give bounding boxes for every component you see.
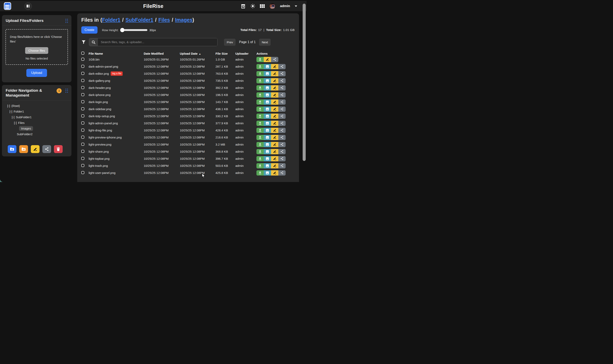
table-row[interactable]: light-preview-iphone.png 10/25/25 12:08P… <box>81 134 294 141</box>
row-checkbox[interactable] <box>81 100 84 103</box>
edit-button[interactable] <box>271 149 278 154</box>
column-header-uploader[interactable]: Uploader <box>235 52 256 55</box>
preview-button[interactable] <box>264 142 271 147</box>
row-height-slider[interactable] <box>121 29 147 31</box>
username-label[interactable]: admin <box>280 4 290 8</box>
file-name[interactable]: dark-iphone.png <box>89 93 111 97</box>
download-button[interactable] <box>256 114 264 119</box>
folder-tree-item[interactable]: [-] Folder1 <box>5 108 69 114</box>
table-row[interactable]: 1GB.bin 10/25/25 01:26PM 10/25/25 01:26P… <box>81 56 294 63</box>
search-icon-button[interactable] <box>89 38 98 46</box>
download-button[interactable] <box>256 170 264 176</box>
row-checkbox[interactable] <box>81 136 84 139</box>
file-name[interactable]: light-user-panel.png <box>89 171 115 174</box>
download-button[interactable] <box>256 142 264 147</box>
preview-button[interactable] <box>264 135 271 140</box>
column-header-file-name[interactable]: File Name <box>89 52 144 55</box>
preview-button[interactable] <box>264 163 271 169</box>
share-button[interactable] <box>278 142 286 147</box>
download-button[interactable] <box>256 99 264 105</box>
sidebar-toggle-button[interactable] <box>24 2 32 10</box>
edit-button[interactable] <box>271 142 278 147</box>
file-name[interactable]: dark-login.png <box>89 100 108 104</box>
table-row[interactable]: dark-iphone.png 10/25/25 12:08PM 10/25/2… <box>81 91 294 98</box>
chevron-down-icon[interactable] <box>295 5 297 7</box>
download-button[interactable] <box>256 121 264 126</box>
row-checkbox[interactable] <box>81 114 84 117</box>
edit-button[interactable] <box>271 170 278 176</box>
file-name[interactable]: light-admin-panel.png <box>89 121 118 125</box>
breadcrumb-link-files[interactable]: Files <box>158 17 170 23</box>
breadcrumb-link-folder1[interactable]: Folder1 <box>102 17 120 23</box>
file-name[interactable]: light-trash.png <box>89 164 108 168</box>
slider-thumb[interactable] <box>120 28 125 32</box>
edit-button[interactable] <box>271 114 278 119</box>
download-button[interactable] <box>256 78 264 83</box>
share-button[interactable] <box>278 170 286 176</box>
file-name[interactable]: light-topbar.png <box>89 157 110 160</box>
column-header-file-size[interactable]: File Size <box>215 52 235 55</box>
column-header-upload-date[interactable]: Upload Date▲ <box>180 52 215 55</box>
folder-tree-item[interactable]: [-] SubFolder1 <box>5 114 69 120</box>
breadcrumb-link-images[interactable]: Images <box>175 17 192 23</box>
edit-button[interactable] <box>271 85 278 91</box>
file-name[interactable]: light-preview.png <box>89 143 111 146</box>
choose-files-button[interactable]: Choose files <box>25 47 48 54</box>
preview-button[interactable] <box>264 128 271 133</box>
download-button[interactable] <box>256 156 264 161</box>
edit-button[interactable] <box>271 71 278 76</box>
apps-grid-button[interactable] <box>260 4 265 9</box>
tree-folder-label[interactable]: SubFolder2 <box>17 132 33 136</box>
window-scrollbar[interactable] <box>303 4 306 161</box>
edit-button[interactable] <box>271 163 278 169</box>
share-folder-button[interactable] <box>42 145 51 153</box>
file-dropzone[interactable]: Drop files/folders here or click 'Choose… <box>5 29 68 65</box>
file-name[interactable]: 1GB.bin <box>89 58 99 61</box>
table-row[interactable]: dark-editor.png tag a file 10/25/25 12:0… <box>81 70 294 77</box>
share-button[interactable] <box>278 114 286 119</box>
table-row[interactable]: light-drag-file.png 10/25/25 12:08PM 10/… <box>81 127 294 134</box>
row-checkbox[interactable] <box>81 129 84 131</box>
select-all-checkbox[interactable] <box>81 52 84 55</box>
share-button[interactable] <box>278 156 286 161</box>
download-button[interactable] <box>256 128 264 133</box>
table-row[interactable]: light-preview.png 10/25/25 12:08PM 10/25… <box>81 141 294 148</box>
drag-handle-icon[interactable] <box>66 89 68 93</box>
tree-collapse-toggle[interactable]: [-] <box>7 104 10 107</box>
tree-collapse-toggle[interactable]: [-] <box>14 121 17 125</box>
file-tag-badge[interactable]: tag a file <box>111 71 123 76</box>
share-button[interactable] <box>278 163 286 169</box>
preview-button[interactable] <box>264 156 271 161</box>
share-button[interactable] <box>278 99 286 105</box>
preview-button[interactable] <box>264 78 271 83</box>
user-avatar[interactable] <box>269 3 275 9</box>
row-checkbox[interactable] <box>81 86 84 89</box>
table-row[interactable]: dark-gallery.png 10/25/25 12:08PM 10/25/… <box>81 77 294 84</box>
preview-button[interactable] <box>264 149 271 154</box>
download-button[interactable] <box>256 106 264 112</box>
row-checkbox[interactable] <box>81 121 84 125</box>
filter-icon[interactable] <box>82 40 85 44</box>
download-button[interactable] <box>256 135 264 140</box>
row-checkbox[interactable] <box>81 72 84 75</box>
folder-tree-item[interactable]: [-] (Root) <box>5 103 69 108</box>
row-checkbox[interactable] <box>81 65 84 68</box>
breadcrumb-link-subfolder1[interactable]: SubFolder1 <box>125 17 153 23</box>
row-checkbox[interactable] <box>81 157 84 160</box>
move-folder-button[interactable] <box>19 145 28 153</box>
file-name[interactable]: dark-admin-panel.png <box>89 65 118 68</box>
row-checkbox[interactable] <box>81 150 84 153</box>
tree-folder-label[interactable]: Folder1 <box>14 110 24 113</box>
preview-button[interactable] <box>264 99 271 105</box>
edit-button[interactable] <box>271 99 278 105</box>
file-name[interactable]: light-share.png <box>89 150 109 153</box>
preview-button[interactable] <box>264 71 271 76</box>
file-name[interactable]: light-preview-iphone.png <box>89 136 122 139</box>
row-checkbox[interactable] <box>81 171 84 174</box>
share-button[interactable] <box>278 92 286 98</box>
row-checkbox[interactable] <box>81 58 84 61</box>
info-icon[interactable] <box>56 88 62 93</box>
edit-button[interactable] <box>271 106 278 112</box>
share-button[interactable] <box>278 128 286 133</box>
file-name[interactable]: dark-editor.png <box>89 72 109 75</box>
